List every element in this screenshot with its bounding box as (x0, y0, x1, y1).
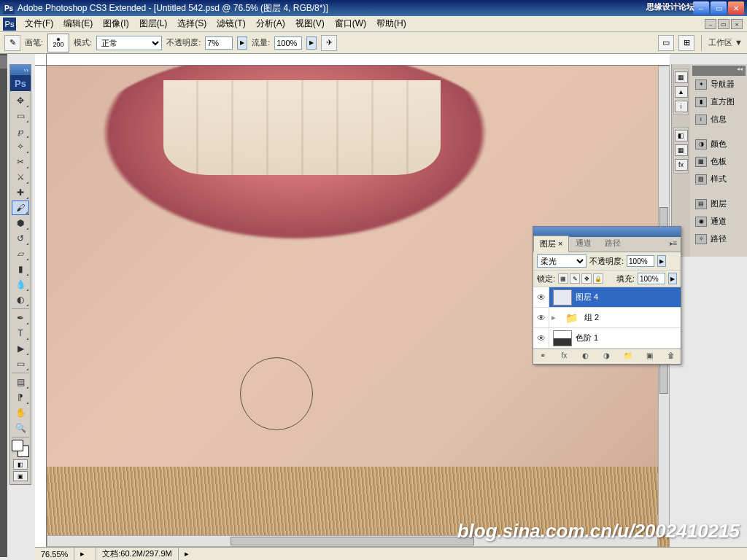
menu-select[interactable]: 选择(S) (173, 16, 211, 31)
navigator-dock-icon[interactable]: ▦ (675, 71, 688, 83)
eyedropper-tool[interactable]: ⁋ (12, 390, 29, 405)
menu-window[interactable]: 窗口(W) (330, 16, 371, 31)
ruler-vertical[interactable] (35, 66, 47, 547)
doc-size-status[interactable]: 文档:60.2M/297.9M (96, 548, 178, 560)
visibility-icon[interactable]: 👁 (533, 328, 549, 348)
screenmode-toggle-icon[interactable]: ▣ (13, 471, 28, 481)
layer-thumbnail[interactable] (553, 289, 572, 306)
zoom-level[interactable]: 76.55% (35, 548, 74, 560)
shape-tool[interactable]: ▭ (12, 357, 29, 371)
lock-transparent-icon[interactable]: ▦ (558, 273, 568, 284)
histogram-dock-icon[interactable]: ▲ (675, 86, 688, 98)
layer-row[interactable]: 👁 图层 4 (533, 287, 681, 308)
dodge-tool[interactable]: ◐ (12, 292, 29, 307)
lock-pixels-icon[interactable]: ✎ (570, 273, 580, 284)
channels-panel-button[interactable]: ◉通道 (692, 213, 746, 230)
tab-layers[interactable]: 图层 × (533, 236, 569, 252)
delete-layer-icon[interactable]: 🗑 (665, 351, 677, 362)
menu-filter[interactable]: 滤镜(T) (212, 16, 249, 31)
tool-preset-icon[interactable]: ✎ (4, 35, 20, 51)
gradient-tool[interactable]: ▮ (12, 262, 29, 276)
navigator-panel-button[interactable]: ✦导航器 (692, 76, 746, 93)
color-swatches[interactable] (12, 440, 29, 457)
history-brush-tool[interactable]: ↺ (12, 231, 29, 246)
path-select-tool[interactable]: ▶ (12, 341, 29, 356)
layer-name[interactable]: 图层 4 (576, 292, 681, 303)
ruler-origin[interactable] (35, 54, 47, 66)
scroll-thumb-h[interactable] (231, 537, 474, 545)
pen-tool[interactable]: ✒ (12, 311, 29, 325)
color-panel-button[interactable]: ◑颜色 (692, 136, 746, 153)
styles-dock-icon[interactable]: fx (675, 159, 688, 171)
menu-analysis[interactable]: 分析(A) (252, 16, 290, 31)
opacity-slider-arrow[interactable]: ▶ (237, 36, 247, 50)
flow-slider-arrow[interactable]: ▶ (306, 36, 317, 50)
left-dock-tab[interactable] (0, 55, 7, 69)
color-dock-icon[interactable]: ◧ (675, 130, 688, 141)
info-panel-button[interactable]: i信息 (692, 111, 746, 128)
menu-help[interactable]: 帮助(H) (372, 16, 411, 31)
fill-field[interactable] (638, 273, 665, 284)
airbrush-icon[interactable]: ✈ (321, 35, 337, 51)
blend-mode-select[interactable]: 正常 (96, 36, 162, 50)
move-tool[interactable]: ✥ (12, 93, 29, 108)
histogram-panel-button[interactable]: ▮直方图 (692, 93, 746, 111)
info-dock-icon[interactable]: i (675, 101, 688, 112)
layer-blend-mode-select[interactable]: 柔光 (537, 254, 587, 268)
layer-opacity-arrow[interactable]: ▶ (657, 255, 666, 267)
slice-tool[interactable]: ⚔ (12, 170, 29, 184)
foreground-color[interactable] (12, 440, 23, 451)
visibility-icon[interactable]: 👁 (533, 308, 549, 327)
layer-mask-icon[interactable]: ◐ (580, 351, 592, 362)
menu-view[interactable]: 视图(V) (291, 16, 329, 31)
layers-panel[interactable]: 图层 × 通道 路径 ▸≡ 柔光 不透明度: ▶ 锁定: ▦ ✎ ✥ 🔒 填充:… (533, 226, 681, 365)
layer-name[interactable]: 组 2 (584, 312, 681, 323)
ruler-horizontal[interactable] (47, 54, 670, 66)
dock-top-bar[interactable]: ◂◂ (692, 66, 746, 76)
brush-preset-picker[interactable]: 200 (47, 34, 69, 52)
menu-edit[interactable]: 编辑(E) (59, 16, 97, 31)
status-menu-arrow[interactable]: ▸ (179, 548, 195, 560)
menu-image[interactable]: 图像(I) (98, 16, 133, 31)
link-layers-icon[interactable]: ⚭ (537, 351, 549, 362)
tab-paths[interactable]: 路径 (598, 235, 627, 252)
menu-layer[interactable]: 图层(L) (135, 16, 172, 31)
tab-channels[interactable]: 通道 (569, 235, 598, 252)
adjustment-layer-icon[interactable]: ◑ (601, 351, 613, 362)
stamp-tool[interactable]: ⬢ (12, 216, 29, 230)
doc-restore[interactable]: ▭ (718, 19, 729, 29)
minimize-button[interactable]: – (693, 1, 709, 15)
opacity-field[interactable] (205, 36, 233, 50)
marquee-tool[interactable]: ▭ (12, 109, 29, 123)
group-toggle-icon[interactable]: ▸ (549, 313, 558, 322)
panel-menu-icon[interactable]: ▸≡ (668, 239, 678, 247)
quickmask-icon[interactable]: ◧ (13, 459, 28, 470)
healing-tool[interactable]: ✚ (12, 185, 29, 200)
blur-tool[interactable]: 💧 (12, 277, 29, 292)
layer-row[interactable]: 👁 ▸ 📁 组 2 (533, 308, 681, 328)
layer-name[interactable]: 色阶 1 (576, 332, 681, 343)
new-group-icon[interactable]: 📁 (622, 351, 634, 362)
paths-panel-button[interactable]: ✧路径 (692, 230, 746, 248)
type-tool[interactable]: T (12, 326, 29, 341)
wand-tool[interactable]: ✧ (12, 139, 29, 154)
workspace-label[interactable]: 工作区 ▼ (708, 37, 743, 48)
new-layer-icon[interactable]: ▣ (644, 351, 656, 362)
arrange-icon[interactable]: ⊞ (678, 35, 694, 51)
screen-mode-icon[interactable]: ▭ (658, 35, 674, 51)
close-button[interactable]: ✕ (728, 1, 744, 15)
layers-panel-button[interactable]: ▤图层 (692, 195, 746, 213)
layer-opacity-field[interactable] (627, 255, 654, 267)
adjustment-thumbnail[interactable] (553, 330, 572, 346)
toolbox-header[interactable]: ›› (10, 65, 31, 75)
lock-all-icon[interactable]: 🔒 (593, 273, 603, 284)
lasso-tool[interactable]: ℘ (12, 124, 29, 139)
lock-position-icon[interactable]: ✥ (581, 273, 592, 284)
swatches-dock-icon[interactable]: ▦ (675, 144, 688, 156)
brush-tool[interactable]: 🖌 (12, 201, 29, 215)
menu-file[interactable]: 文件(F) (20, 16, 58, 31)
visibility-icon[interactable]: 👁 (533, 287, 549, 307)
maximize-button[interactable]: ▭ (711, 1, 727, 15)
flow-field[interactable] (274, 36, 302, 50)
zoom-tool[interactable]: 🔍 (12, 421, 29, 435)
